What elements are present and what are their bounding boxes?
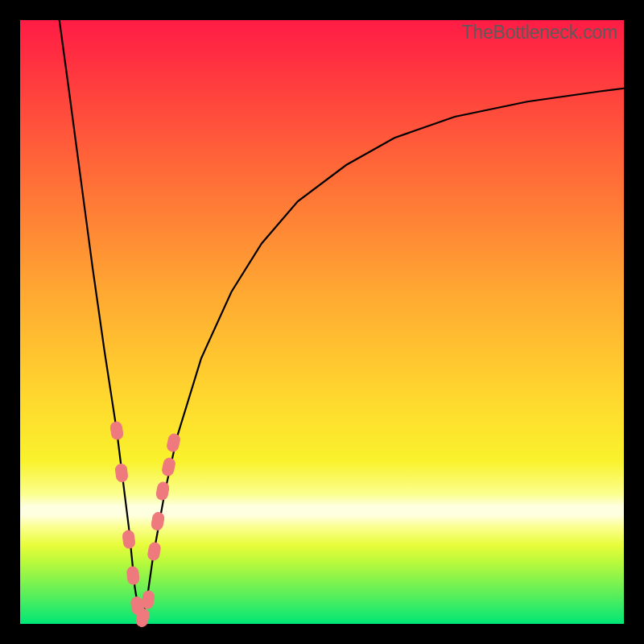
chart-svg [20,20,624,624]
marker-group [109,421,180,628]
curve-marker [147,542,162,561]
chart-plot-area: TheBottleneck.com [20,20,624,624]
curve-marker [109,421,123,440]
curve-marker [126,566,139,584]
curve-marker [155,481,170,501]
chart-frame: TheBottleneck.com [0,0,644,644]
curve-marker [166,433,180,453]
curve-marker [142,590,155,609]
bottleneck-curve [60,20,624,624]
curve-marker [115,464,129,483]
curve-marker [161,457,175,477]
curve-marker [122,530,136,549]
curve-marker [151,511,165,530]
